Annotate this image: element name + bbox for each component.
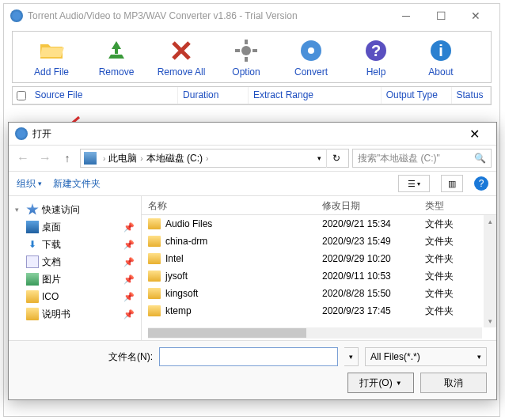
filename-dropdown[interactable]: ▾ — [344, 347, 359, 366]
gear-icon — [234, 38, 259, 63]
nav-forward-button[interactable]: → — [36, 149, 55, 168]
nav-up-button[interactable]: ↑ — [58, 149, 77, 168]
file-list: Source File Duration Extract Range Outpu… — [12, 86, 492, 105]
breadcrumb-bar[interactable]: › 此电脑 › 本地磁盘 (C:) › ▾ ↻ — [80, 149, 349, 168]
sidebar: ▾ 快速访问 桌面 📌 ⬇ 下载 📌 文档 📌 图片 — [9, 196, 142, 340]
svg-rect-1 — [245, 40, 248, 44]
drive-icon — [84, 152, 97, 165]
pin-icon: 📌 — [123, 309, 135, 320]
close-button[interactable]: ✕ — [458, 5, 493, 27]
add-file-button[interactable]: Add File — [19, 35, 84, 81]
sidebar-item-desktop[interactable]: 桌面 📌 — [12, 218, 138, 236]
folder-icon — [26, 308, 39, 320]
file-list-pane: 名称 修改日期 类型 Audio Files2020/9/21 15:34文件夹… — [142, 196, 496, 340]
column-duration[interactable]: Duration — [178, 87, 249, 104]
svg-rect-3 — [235, 49, 240, 52]
filename-input[interactable] — [159, 347, 338, 366]
sidebar-item-ico[interactable]: ICO 📌 — [12, 288, 138, 305]
maximize-button[interactable]: ☐ — [423, 5, 458, 27]
column-date[interactable]: 修改日期 — [316, 196, 419, 214]
vertical-scrollbar[interactable]: ▴ ▾ — [484, 215, 496, 327]
remove-button[interactable]: Remove — [84, 35, 149, 81]
column-name[interactable]: 名称 — [142, 196, 316, 214]
sidebar-item-downloads[interactable]: ⬇ 下载 📌 — [12, 236, 138, 253]
sidebar-item-quick[interactable]: ▾ 快速访问 — [12, 201, 138, 218]
filename-label: 文件名(N): — [18, 350, 153, 364]
refresh-button[interactable]: ↻ — [326, 149, 345, 168]
column-type[interactable]: 类型 — [419, 196, 474, 214]
folder-icon — [148, 288, 161, 299]
sidebar-item-manual[interactable]: 说明书 📌 — [12, 305, 138, 323]
preview-pane-button[interactable]: ▥ — [441, 175, 463, 192]
dialog-close-button[interactable]: ✕ — [458, 123, 490, 144]
open-button[interactable]: 打开(O)▼ — [347, 373, 414, 393]
folder-icon — [148, 305, 161, 316]
pin-icon: 📌 — [123, 257, 135, 267]
info-icon: i — [428, 38, 454, 63]
svg-rect-2 — [245, 57, 248, 62]
dialog-help-button[interactable]: ? — [474, 176, 488, 191]
cancel-button[interactable]: 取消 — [420, 373, 487, 393]
chevron-down-icon: ▼ — [396, 380, 402, 387]
scroll-up-icon[interactable]: ▴ — [484, 215, 496, 228]
sidebar-item-pictures[interactable]: 图片 📌 — [12, 271, 138, 288]
search-input[interactable]: 搜索"本地磁盘 (C:)" 🔍 — [352, 149, 492, 168]
column-status[interactable]: Status — [452, 87, 491, 104]
organize-button[interactable]: 组织▾ — [17, 177, 42, 191]
view-mode-button[interactable]: ☰ ▾ — [398, 175, 430, 192]
chevron-down-icon[interactable]: ▾ — [317, 154, 321, 162]
folder-icon — [26, 290, 39, 303]
dialog-nav: ← → ↑ › 此电脑 › 本地磁盘 (C:) › ▾ ↻ 搜索"本地磁盘 (C… — [9, 145, 496, 172]
file-row[interactable]: Intel2020/9/29 10:20文件夹 — [142, 250, 496, 267]
file-row[interactable]: kingsoft2020/8/28 15:50文件夹 — [142, 285, 496, 302]
file-type-filter[interactable]: All Files(*.*) ▾ — [365, 347, 487, 366]
breadcrumb-drive[interactable]: 本地磁盘 (C:) — [146, 152, 203, 165]
disc-icon — [298, 38, 324, 63]
file-row[interactable]: Audio Files2020/9/21 15:34文件夹 — [142, 215, 496, 233]
breadcrumb-pc[interactable]: 此电脑 — [108, 152, 137, 165]
convert-button[interactable]: Convert — [279, 35, 344, 81]
column-output[interactable]: Output Type — [382, 87, 452, 104]
dialog-icon — [15, 127, 28, 140]
titlebar: Torrent Audio/Video to MP3/WAV Converter… — [4, 4, 499, 28]
file-open-dialog: 打开 ✕ ← → ↑ › 此电脑 › 本地磁盘 (C:) › ▾ ↻ 搜索"本地… — [8, 122, 497, 400]
toolbar-panel: Add File Remove Remove All Option — [12, 31, 492, 83]
column-extract[interactable]: Extract Range — [249, 87, 382, 104]
search-icon: 🔍 — [474, 153, 486, 164]
new-folder-button[interactable]: 新建文件夹 — [53, 177, 101, 191]
file-row[interactable]: china-drm2020/9/23 15:49文件夹 — [142, 233, 496, 250]
dialog-toolbar: 组织▾ 新建文件夹 ☰ ▾ ▥ ? — [9, 172, 496, 195]
document-icon — [26, 255, 39, 268]
remove-all-button[interactable]: Remove All — [149, 35, 214, 81]
sidebar-item-documents[interactable]: 文档 📌 — [12, 253, 138, 271]
pin-icon: 📌 — [123, 274, 135, 285]
about-button[interactable]: i About — [408, 35, 473, 81]
x-icon — [169, 38, 194, 63]
nav-back-button[interactable]: ← — [13, 149, 32, 168]
svg-rect-4 — [252, 49, 257, 52]
pin-icon: 📌 — [123, 240, 135, 250]
folder-icon — [148, 271, 161, 282]
star-icon — [26, 203, 39, 216]
file-row[interactable]: ktemp2020/9/23 17:45文件夹 — [142, 302, 496, 320]
folder-icon — [148, 253, 161, 264]
recycle-icon — [104, 38, 129, 63]
dialog-titlebar: 打开 ✕ — [9, 123, 496, 145]
select-all-checkbox[interactable] — [13, 87, 30, 104]
help-button[interactable]: ? Help — [344, 35, 408, 81]
option-button[interactable]: Option — [214, 35, 279, 81]
picture-icon — [26, 273, 39, 286]
minimize-button[interactable]: ─ — [389, 5, 423, 27]
chevron-down-icon: ▾ — [15, 206, 23, 214]
desktop-icon — [26, 221, 39, 233]
horizontal-scrollbar[interactable] — [148, 327, 482, 339]
svg-point-6 — [308, 47, 314, 54]
scroll-down-icon[interactable]: ▾ — [484, 315, 496, 327]
file-row[interactable]: jysoft2020/9/11 10:53文件夹 — [142, 267, 496, 285]
dialog-title: 打开 — [32, 127, 458, 141]
chevron-right-icon: › — [140, 154, 142, 163]
chevron-right-icon: › — [103, 154, 105, 163]
folder-icon — [148, 236, 161, 247]
chevron-down-icon: ▾ — [38, 180, 42, 187]
column-source[interactable]: Source File — [30, 87, 178, 104]
